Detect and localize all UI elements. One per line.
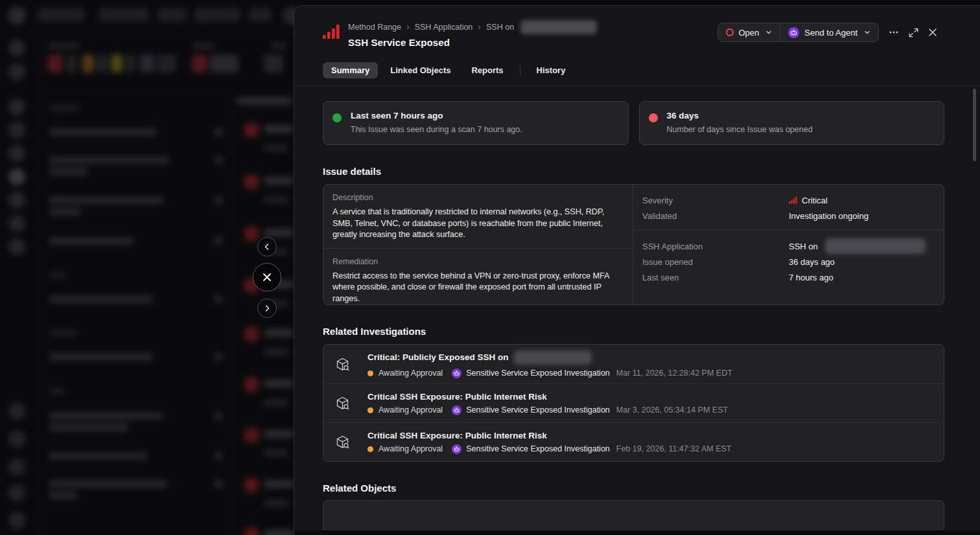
- red-status-dot-icon: [649, 113, 658, 122]
- issue-detail-panel: Method Range › SSH Application › SSH on …: [294, 5, 980, 535]
- breadcrumb-separator: ›: [406, 21, 410, 32]
- severity-critical-bars-icon: [323, 24, 340, 40]
- last-seen-card: Last seen 7 hours ago This Issue was see…: [323, 101, 629, 145]
- investigation-row[interactable]: Critical SSH Exposure: Public Internet R…: [323, 422, 944, 461]
- redacted-hostname: [520, 20, 597, 34]
- investigation-status: Awaiting Approval: [379, 444, 443, 453]
- investigation-meta: Awaiting Approval Sensitive Service Expo…: [368, 369, 732, 378]
- investigation-timestamp: Mar 11, 2026, 12:28:42 PM EDT: [616, 369, 732, 378]
- field-label: Issue opened: [642, 257, 789, 267]
- agent-robot-icon: [788, 27, 799, 38]
- green-status-dot-icon: [332, 113, 342, 122]
- close-panel-button[interactable]: [923, 23, 942, 42]
- field-value: 36 days ago: [789, 257, 835, 267]
- investigation-meta: Awaiting Approval Sensitive Service Expo…: [368, 444, 731, 454]
- investigation-title: Critical SSH Exposure: Public Internet R…: [368, 392, 547, 402]
- send-to-agent-label: Send to Agent: [804, 28, 858, 38]
- investigation-title: Critical: Publicly Exposed SSH on: [368, 352, 509, 362]
- status-card-subtitle: Number of days since Issue was opened: [667, 125, 934, 134]
- status-card-title: Last seen 7 hours ago: [351, 111, 618, 120]
- page-title: SSH Service Exposed: [348, 37, 597, 48]
- open-status-icon: [726, 28, 734, 36]
- investigation-title: Critical SSH Exposure: Public Internet R…: [368, 431, 547, 440]
- related-objects-card: [323, 500, 944, 532]
- ssh-application-value: SSH on: [789, 242, 818, 251]
- previous-issue-button[interactable]: [257, 237, 277, 256]
- breadcrumb-separator: ›: [478, 21, 481, 32]
- more-options-button[interactable]: [884, 23, 904, 42]
- chevron-down-icon: [864, 29, 870, 36]
- close-icon: [262, 272, 272, 282]
- header-actions: Open Send to Agent: [718, 23, 943, 42]
- issue-details-heading: Issue details: [323, 166, 944, 177]
- issue-details-fields-column: Severity Critical Validated Investigatio…: [633, 185, 944, 304]
- severity-value: Critical: [802, 196, 828, 205]
- investigation-body: Critical SSH Exposure: Public Internet R…: [368, 392, 728, 415]
- field-label: Severity: [642, 196, 789, 205]
- breadcrumb: Method Range › SSH Application › SSH on: [348, 19, 597, 35]
- awaiting-approval-dot-icon: [368, 370, 373, 376]
- investigation-cube-search-icon: [335, 396, 351, 411]
- investigation-timestamp: Mar 3, 2026, 05:34:14 PM EST: [616, 405, 728, 415]
- chevron-down-icon: [765, 29, 772, 36]
- next-issue-button[interactable]: [257, 299, 277, 318]
- tab-bar: Summary Linked Objects Reports History: [323, 62, 574, 78]
- severity-critical-bars-icon: [789, 196, 797, 204]
- chevron-left-icon: [263, 243, 271, 251]
- investigation-status: Awaiting Approval: [379, 405, 443, 415]
- investigation-agent-name: Sensitive Service Exposed Investigation: [466, 369, 610, 378]
- status-open-dropdown[interactable]: Open: [718, 23, 780, 41]
- related-investigations-card: Critical: Publicly Exposed SSH on Awaiti…: [323, 344, 944, 462]
- scrollbar-thumb[interactable]: [973, 89, 976, 161]
- field-value: SSH on: [789, 238, 926, 254]
- validated-row: Validated Investigation ongoing: [642, 208, 933, 223]
- status-card-title: 36 days: [667, 111, 934, 120]
- expand-panel-button[interactable]: [904, 23, 923, 42]
- issue-details-text-column: Description A service that is traditiona…: [323, 185, 633, 304]
- field-value: Critical: [789, 196, 828, 205]
- action-button-group: Open Send to Agent: [718, 23, 880, 42]
- investigation-agent-name: Sensitive Service Exposed Investigation: [466, 405, 610, 415]
- investigation-cube-search-icon: [335, 435, 351, 450]
- remediation-label: Remediation: [332, 257, 618, 266]
- awaiting-approval-dot-icon: [368, 407, 373, 413]
- remediation-block: Remediation Restrict access to the servi…: [323, 248, 633, 312]
- panel-header: Method Range › SSH Application › SSH on …: [294, 6, 980, 86]
- ssh-application-row: SSH Application SSH on: [642, 238, 933, 254]
- investigation-row[interactable]: Critical SSH Exposure: Public Internet R…: [323, 383, 944, 422]
- days-open-card: 36 days Number of days since Issue was o…: [639, 101, 945, 145]
- investigation-body: Critical SSH Exposure: Public Internet R…: [368, 431, 731, 454]
- severity-row: Severity Critical: [642, 192, 933, 208]
- tab-history[interactable]: History: [528, 62, 574, 78]
- field-group: Severity Critical Validated Investigatio…: [633, 185, 944, 230]
- breadcrumb-item[interactable]: Method Range: [348, 23, 401, 32]
- investigation-meta: Awaiting Approval Sensitive Service Expo…: [368, 405, 728, 415]
- status-card-subtitle: This Issue was seen during a scan 7 hour…: [351, 125, 618, 134]
- status-cards-row: Last seen 7 hours ago This Issue was see…: [323, 101, 944, 145]
- related-objects-heading: Related Objects: [323, 483, 944, 494]
- tab-linked-objects[interactable]: Linked Objects: [382, 62, 459, 78]
- breadcrumb-item[interactable]: SSH Application: [415, 23, 473, 32]
- field-value: 7 hours ago: [789, 273, 834, 282]
- awaiting-approval-dot-icon: [368, 446, 373, 452]
- field-label: Validated: [642, 211, 789, 221]
- tab-reports[interactable]: Reports: [463, 62, 511, 78]
- redacted-hostname: [825, 238, 926, 254]
- chevron-right-icon: [263, 304, 271, 312]
- remediation-text: Restrict access to the service behind a …: [332, 270, 618, 304]
- agent-robot-icon: [452, 405, 461, 415]
- close-overlay-button[interactable]: [253, 263, 281, 291]
- investigation-status: Awaiting Approval: [379, 369, 443, 378]
- breadcrumb-item[interactable]: SSH on: [486, 23, 514, 32]
- redacted-hostname: [514, 350, 592, 365]
- related-investigations-heading: Related Investigations: [323, 326, 944, 337]
- tab-summary[interactable]: Summary: [323, 62, 378, 78]
- bottom-strip: [294, 530, 980, 535]
- tab-divider: [520, 65, 520, 76]
- investigation-row[interactable]: Critical: Publicly Exposed SSH on Awaiti…: [323, 345, 944, 383]
- header-text: Method Range › SSH Application › SSH on …: [348, 19, 597, 48]
- send-to-agent-dropdown[interactable]: Send to Agent: [780, 23, 878, 41]
- agent-robot-icon: [452, 369, 461, 378]
- investigation-timestamp: Feb 19, 2026, 11:47:32 AM EST: [616, 444, 732, 453]
- investigation-body: Critical: Publicly Exposed SSH on Awaiti…: [368, 350, 732, 378]
